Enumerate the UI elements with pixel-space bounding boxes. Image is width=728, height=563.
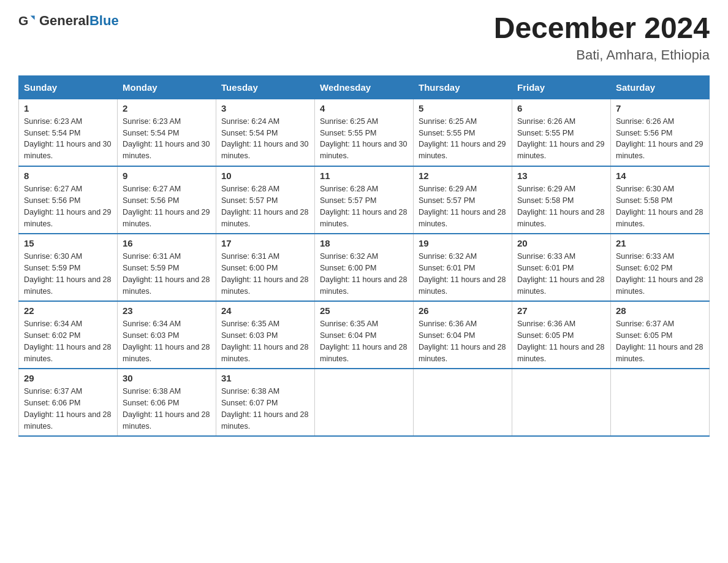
day-number: 14 bbox=[616, 170, 704, 181]
calendar-cell: 26Sunrise: 6:36 AMSunset: 6:04 PMDayligh… bbox=[414, 301, 512, 369]
day-info: Sunrise: 6:25 AMSunset: 5:55 PMDaylight:… bbox=[419, 116, 507, 162]
calendar-body: 1Sunrise: 6:23 AMSunset: 5:54 PMDaylight… bbox=[19, 99, 710, 436]
day-number: 10 bbox=[221, 170, 309, 181]
day-info: Sunrise: 6:24 AMSunset: 5:54 PMDaylight:… bbox=[221, 116, 309, 162]
logo-blue-text: Blue bbox=[89, 13, 119, 28]
day-number: 18 bbox=[320, 238, 408, 248]
calendar-cell: 1Sunrise: 6:23 AMSunset: 5:54 PMDaylight… bbox=[19, 99, 118, 166]
calendar-cell: 16Sunrise: 6:31 AMSunset: 5:59 PMDayligh… bbox=[118, 234, 216, 301]
calendar-cell: 9Sunrise: 6:27 AMSunset: 5:56 PMDaylight… bbox=[118, 166, 216, 234]
day-info: Sunrise: 6:37 AMSunset: 6:06 PMDaylight:… bbox=[24, 386, 112, 432]
day-info: Sunrise: 6:36 AMSunset: 6:04 PMDaylight:… bbox=[419, 318, 507, 364]
day-info: Sunrise: 6:29 AMSunset: 5:58 PMDaylight:… bbox=[517, 183, 605, 229]
day-number: 9 bbox=[123, 170, 211, 181]
logo: G GeneralBlue bbox=[18, 12, 119, 29]
header-tuesday: Tuesday bbox=[216, 75, 315, 99]
day-number: 22 bbox=[24, 305, 112, 316]
day-info: Sunrise: 6:28 AMSunset: 5:57 PMDaylight:… bbox=[320, 183, 408, 229]
calendar-cell bbox=[611, 369, 710, 436]
day-info: Sunrise: 6:36 AMSunset: 6:05 PMDaylight:… bbox=[517, 318, 605, 364]
calendar-cell: 12Sunrise: 6:29 AMSunset: 5:57 PMDayligh… bbox=[414, 166, 512, 234]
day-number: 20 bbox=[517, 238, 605, 248]
day-number: 29 bbox=[24, 373, 112, 383]
calendar-cell: 15Sunrise: 6:30 AMSunset: 5:59 PMDayligh… bbox=[19, 234, 118, 301]
day-number: 7 bbox=[616, 103, 704, 113]
day-number: 19 bbox=[419, 238, 507, 248]
calendar-cell: 31Sunrise: 6:38 AMSunset: 6:07 PMDayligh… bbox=[216, 369, 315, 436]
day-number: 25 bbox=[320, 305, 408, 316]
day-info: Sunrise: 6:25 AMSunset: 5:55 PMDaylight:… bbox=[320, 116, 408, 162]
header-thursday: Thursday bbox=[414, 75, 512, 99]
calendar-cell: 25Sunrise: 6:35 AMSunset: 6:04 PMDayligh… bbox=[315, 301, 414, 369]
day-info: Sunrise: 6:30 AMSunset: 5:59 PMDaylight:… bbox=[24, 251, 112, 297]
calendar-cell: 22Sunrise: 6:34 AMSunset: 6:02 PMDayligh… bbox=[19, 301, 118, 369]
day-info: Sunrise: 6:27 AMSunset: 5:56 PMDaylight:… bbox=[24, 183, 112, 229]
month-year-title: December 2024 bbox=[494, 12, 710, 45]
calendar-cell: 19Sunrise: 6:32 AMSunset: 6:01 PMDayligh… bbox=[414, 234, 512, 301]
day-number: 5 bbox=[419, 103, 507, 113]
calendar-cell: 10Sunrise: 6:28 AMSunset: 5:57 PMDayligh… bbox=[216, 166, 315, 234]
day-info: Sunrise: 6:38 AMSunset: 6:06 PMDaylight:… bbox=[123, 386, 211, 432]
day-number: 24 bbox=[221, 305, 309, 316]
calendar-cell: 6Sunrise: 6:26 AMSunset: 5:55 PMDaylight… bbox=[512, 99, 611, 166]
calendar-table: SundayMondayTuesdayWednesdayThursdayFrid… bbox=[18, 75, 710, 437]
day-info: Sunrise: 6:38 AMSunset: 6:07 PMDaylight:… bbox=[221, 386, 309, 432]
week-row-2: 8Sunrise: 6:27 AMSunset: 5:56 PMDaylight… bbox=[19, 166, 710, 234]
day-info: Sunrise: 6:32 AMSunset: 6:01 PMDaylight:… bbox=[419, 251, 507, 297]
day-number: 21 bbox=[616, 238, 704, 248]
day-number: 28 bbox=[616, 305, 704, 316]
calendar-cell: 28Sunrise: 6:37 AMSunset: 6:05 PMDayligh… bbox=[611, 301, 710, 369]
day-number: 23 bbox=[123, 305, 211, 316]
calendar-cell bbox=[512, 369, 611, 436]
calendar-cell: 18Sunrise: 6:32 AMSunset: 6:00 PMDayligh… bbox=[315, 234, 414, 301]
calendar-cell: 24Sunrise: 6:35 AMSunset: 6:03 PMDayligh… bbox=[216, 301, 315, 369]
day-number: 4 bbox=[320, 103, 408, 113]
day-info: Sunrise: 6:28 AMSunset: 5:57 PMDaylight:… bbox=[221, 183, 309, 229]
calendar-cell: 21Sunrise: 6:33 AMSunset: 6:02 PMDayligh… bbox=[611, 234, 710, 301]
calendar-cell bbox=[414, 369, 512, 436]
day-info: Sunrise: 6:33 AMSunset: 6:02 PMDaylight:… bbox=[616, 251, 704, 297]
header-sunday: Sunday bbox=[19, 75, 118, 99]
day-info: Sunrise: 6:23 AMSunset: 5:54 PMDaylight:… bbox=[123, 116, 211, 162]
day-info: Sunrise: 6:33 AMSunset: 6:01 PMDaylight:… bbox=[517, 251, 605, 297]
header-saturday: Saturday bbox=[611, 75, 710, 99]
header-friday: Friday bbox=[512, 75, 611, 99]
calendar-cell: 20Sunrise: 6:33 AMSunset: 6:01 PMDayligh… bbox=[512, 234, 611, 301]
day-number: 15 bbox=[24, 238, 112, 248]
day-info: Sunrise: 6:32 AMSunset: 6:00 PMDaylight:… bbox=[320, 251, 408, 297]
day-number: 2 bbox=[123, 103, 211, 113]
calendar-cell: 14Sunrise: 6:30 AMSunset: 5:58 PMDayligh… bbox=[611, 166, 710, 234]
day-info: Sunrise: 6:35 AMSunset: 6:04 PMDaylight:… bbox=[320, 318, 408, 364]
day-info: Sunrise: 6:26 AMSunset: 5:55 PMDaylight:… bbox=[517, 116, 605, 162]
calendar-cell bbox=[315, 369, 414, 436]
calendar-cell: 4Sunrise: 6:25 AMSunset: 5:55 PMDaylight… bbox=[315, 99, 414, 166]
week-row-3: 15Sunrise: 6:30 AMSunset: 5:59 PMDayligh… bbox=[19, 234, 710, 301]
day-number: 26 bbox=[419, 305, 507, 316]
week-row-5: 29Sunrise: 6:37 AMSunset: 6:06 PMDayligh… bbox=[19, 369, 710, 436]
day-info: Sunrise: 6:26 AMSunset: 5:56 PMDaylight:… bbox=[616, 116, 704, 162]
calendar-cell: 23Sunrise: 6:34 AMSunset: 6:03 PMDayligh… bbox=[118, 301, 216, 369]
calendar-header: SundayMondayTuesdayWednesdayThursdayFrid… bbox=[19, 75, 710, 99]
day-info: Sunrise: 6:35 AMSunset: 6:03 PMDaylight:… bbox=[221, 318, 309, 364]
calendar-cell: 5Sunrise: 6:25 AMSunset: 5:55 PMDaylight… bbox=[414, 99, 512, 166]
day-info: Sunrise: 6:29 AMSunset: 5:57 PMDaylight:… bbox=[419, 183, 507, 229]
day-number: 1 bbox=[24, 103, 112, 113]
calendar-cell: 11Sunrise: 6:28 AMSunset: 5:57 PMDayligh… bbox=[315, 166, 414, 234]
day-number: 16 bbox=[123, 238, 211, 248]
day-number: 8 bbox=[24, 170, 112, 181]
calendar-cell: 27Sunrise: 6:36 AMSunset: 6:05 PMDayligh… bbox=[512, 301, 611, 369]
day-number: 12 bbox=[419, 170, 507, 181]
calendar-cell: 30Sunrise: 6:38 AMSunset: 6:06 PMDayligh… bbox=[118, 369, 216, 436]
header-wednesday: Wednesday bbox=[315, 75, 414, 99]
day-number: 13 bbox=[517, 170, 605, 181]
title-block: December 2024 Bati, Amhara, Ethiopia bbox=[494, 12, 710, 63]
week-row-1: 1Sunrise: 6:23 AMSunset: 5:54 PMDaylight… bbox=[19, 99, 710, 166]
svg-text:G: G bbox=[18, 13, 28, 28]
logo-general-text: General bbox=[39, 13, 89, 28]
day-info: Sunrise: 6:30 AMSunset: 5:58 PMDaylight:… bbox=[616, 183, 704, 229]
page-header: G GeneralBlue December 2024 Bati, Amhara… bbox=[18, 12, 710, 63]
calendar-cell: 2Sunrise: 6:23 AMSunset: 5:54 PMDaylight… bbox=[118, 99, 216, 166]
day-number: 27 bbox=[517, 305, 605, 316]
location-subtitle: Bati, Amhara, Ethiopia bbox=[494, 47, 710, 63]
day-info: Sunrise: 6:34 AMSunset: 6:02 PMDaylight:… bbox=[24, 318, 112, 364]
